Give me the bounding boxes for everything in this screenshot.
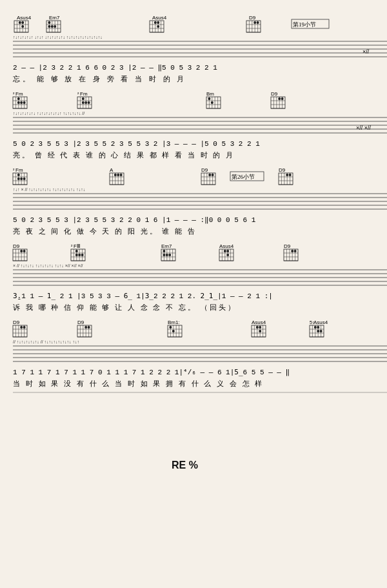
- svg-point-213: [166, 254, 168, 256]
- svg-text:D9: D9: [249, 15, 256, 21]
- svg-point-255: [20, 326, 23, 329]
- svg-text:Bm: Bm: [206, 91, 214, 97]
- svg-point-11: [21, 21, 24, 24]
- svg-point-154: [208, 174, 211, 176]
- svg-text:忘。    能  够  放  在  身  旁       看: 忘。 能 够 放 在 身 旁 看 当 时 的 月: [13, 75, 186, 83]
- svg-text:5  0  2 3 5 5 3 |2 3 5 5  2 3 : 5 0 2 3 5 5 3 |2 3 5 5 2 3 5 5 3 2 |3 — …: [13, 140, 260, 148]
- svg-text:D9: D9: [271, 91, 278, 97]
- svg-point-214: [168, 254, 171, 256]
- svg-point-199: [75, 254, 78, 256]
- svg-point-97: [211, 101, 213, 104]
- svg-text:亮。  曾 经 代  表 谁 的  心   结 果 都   : 亮。 曾 经 代 表 谁 的 心 结 果 都 样 看 当 时 的 月: [13, 151, 235, 159]
- svg-text:2 — — |2 3 2 2 1 6 6  0 2 3 |2: 2 — — |2 3 2 2 1 6 6 0 2 3 |2 — — ‖5 0 5…: [13, 64, 217, 72]
- svg-point-71: [17, 101, 20, 104]
- svg-text:D9: D9: [201, 167, 208, 173]
- svg-point-289: [259, 326, 261, 329]
- svg-point-132: [23, 177, 26, 180]
- svg-text:×//: ×//: [362, 48, 370, 55]
- svg-point-155: [212, 174, 214, 176]
- svg-point-131: [20, 177, 23, 180]
- svg-point-86: [84, 101, 87, 104]
- svg-point-200: [78, 254, 81, 256]
- svg-text:D9: D9: [77, 319, 84, 325]
- svg-point-36: [157, 21, 159, 24]
- svg-point-24: [51, 25, 54, 28]
- svg-point-84: [82, 97, 84, 100]
- svg-text:Fm: Fm: [15, 91, 23, 97]
- svg-point-198: [75, 250, 78, 252]
- svg-point-187: [23, 250, 26, 252]
- svg-point-98: [208, 97, 210, 100]
- svg-point-142: [114, 174, 117, 176]
- svg-text:A: A: [110, 167, 114, 173]
- svg-text:亮  夜 之 间  化 做 今  天 的   阳  光。  : 亮 夜 之 间 化 做 今 天 的 阳 光。 谁 能 告: [13, 227, 197, 235]
- svg-point-48: [257, 21, 259, 24]
- svg-point-212: [163, 254, 165, 256]
- svg-text:5 0  2 3 5 5 3 |2 3 5 5 3 2 2 : 5 0 2 3 5 5 3 |2 3 5 5 3 2 2 0 1 6 |1 — …: [13, 216, 256, 224]
- svg-text:↑↓↑ × //  ↑↓↑↓↑↓↑↓↑↓ ↑↓↑↓↑↓↑↓↑: ↑↓↑ × // ↑↓↑↓↑↓↑↓↑↓ ↑↓↑↓↑↓↑↓↑↓ ↑↓↑↓: [13, 187, 85, 192]
- svg-point-301: [314, 326, 317, 329]
- svg-point-267: [88, 326, 90, 329]
- svg-point-129: [17, 174, 20, 176]
- svg-point-143: [117, 174, 119, 176]
- svg-text:Bm1:: Bm1:: [168, 319, 180, 325]
- svg-point-12: [21, 25, 24, 28]
- svg-point-201: [81, 254, 84, 256]
- svg-point-130: [17, 177, 20, 180]
- svg-text:×// ×//: ×// ×//: [356, 125, 372, 131]
- svg-point-226: [226, 254, 229, 256]
- svg-text:Asus4: Asus4: [252, 319, 266, 325]
- svg-point-10: [19, 21, 21, 24]
- svg-text:Em7: Em7: [161, 243, 172, 249]
- svg-point-225: [226, 250, 229, 252]
- svg-text:Em7: Em7: [49, 15, 60, 21]
- svg-text:↑↓↑↓↑↓↑↓↑↓ ↑↓↑↓↑↓↑↓↑↓↑ ↑↓↑↓↑↓↑: ↑↓↑↓↑↓↑↓↑↓ ↑↓↑↓↑↓↑↓↑↓↑ ↑↓↑↓↑↓↑↓ //: [13, 111, 84, 116]
- svg-point-266: [84, 326, 87, 329]
- svg-point-108: [278, 97, 281, 100]
- svg-point-237: [294, 250, 297, 252]
- svg-point-303: [317, 330, 319, 332]
- svg-point-25: [54, 25, 56, 28]
- svg-point-23: [48, 25, 50, 28]
- svg-point-278: [172, 330, 175, 332]
- svg-text:Fm: Fm: [80, 91, 88, 97]
- svg-point-236: [291, 250, 293, 252]
- svg-point-87: [88, 101, 90, 104]
- sheet-music-page: Asus4 Em7 Asus4: [0, 0, 387, 588]
- svg-point-47: [253, 21, 256, 24]
- svg-point-186: [20, 250, 23, 252]
- svg-point-168: [289, 174, 292, 176]
- svg-point-109: [281, 97, 284, 100]
- svg-point-85: [82, 101, 84, 104]
- svg-text:第19小节: 第19小节: [293, 21, 316, 28]
- svg-point-22: [48, 21, 50, 24]
- svg-point-304: [320, 330, 322, 332]
- svg-point-256: [23, 326, 26, 329]
- svg-text:当 时 如  果 没 有 什 么  当 时 如 果 拥 有 : 当 时 如 果 没 有 什 么 当 时 如 果 拥 有 什 么 义 会 怎 样: [13, 380, 264, 387]
- svg-text:D9: D9: [284, 243, 291, 249]
- svg-text:Fm: Fm: [15, 167, 23, 173]
- svg-text:Asus4: Asus4: [313, 319, 328, 325]
- svg-point-70: [17, 97, 20, 100]
- svg-point-167: [286, 174, 288, 176]
- svg-point-211: [163, 250, 165, 252]
- svg-point-35: [154, 21, 157, 24]
- svg-point-72: [20, 101, 23, 104]
- svg-point-277: [169, 326, 172, 329]
- svg-point-290: [259, 330, 261, 332]
- svg-text:1 7 1 1 7 1 7 1  1 7 0 1 1 1 7: 1 7 1 1 7 1 7 1 1 7 0 1 1 1 7 1 2 2 2 1|…: [13, 369, 290, 376]
- svg-text:第26小节: 第26小节: [232, 174, 255, 180]
- svg-text:D9: D9: [13, 319, 20, 325]
- svg-text:Asus4: Asus4: [219, 243, 234, 249]
- svg-text:D9: D9: [279, 167, 286, 173]
- svg-text:Asus4: Asus4: [152, 15, 167, 21]
- svg-text:× //  ↑↓↑↓↑↓ ↑↓↑↓↑↓↑↓ ↑↓↑↓ ×//: × // ↑↓↑↓↑↓ ↑↓↑↓↑↓↑↓ ↑↓↑↓ ×// ×// ×//: [13, 263, 83, 268]
- svg-point-224: [224, 250, 226, 252]
- svg-point-37: [157, 25, 159, 28]
- svg-text://  ↑↓↑↓↑↓↑↓↑↓   //     ↑↓↑↓↑↓: // ↑↓↑↓↑↓↑↓↑↓ // ↑↓↑↓↑↓↑↓↑↓↑↓ ↑↓↑: [13, 340, 79, 344]
- svg-text:↑↓↑↓↑↓↑↓↑ ↓↑↓↑ ↓↑↓↑↓↑↓↑↓ ↑↓↑↓↑: ↑↓↑↓↑↓↑↓↑ ↓↑↓↑ ↓↑↓↑↓↑↓↑↓ ↑↓↑↓↑↓↑↓↑↓↑↓↑↓↑…: [13, 35, 103, 39]
- svg-point-144: [120, 174, 123, 176]
- svg-point-73: [23, 101, 26, 104]
- svg-text:D9: D9: [13, 243, 20, 249]
- sheet-music-svg: Asus4 Em7 Asus4: [8, 5, 387, 588]
